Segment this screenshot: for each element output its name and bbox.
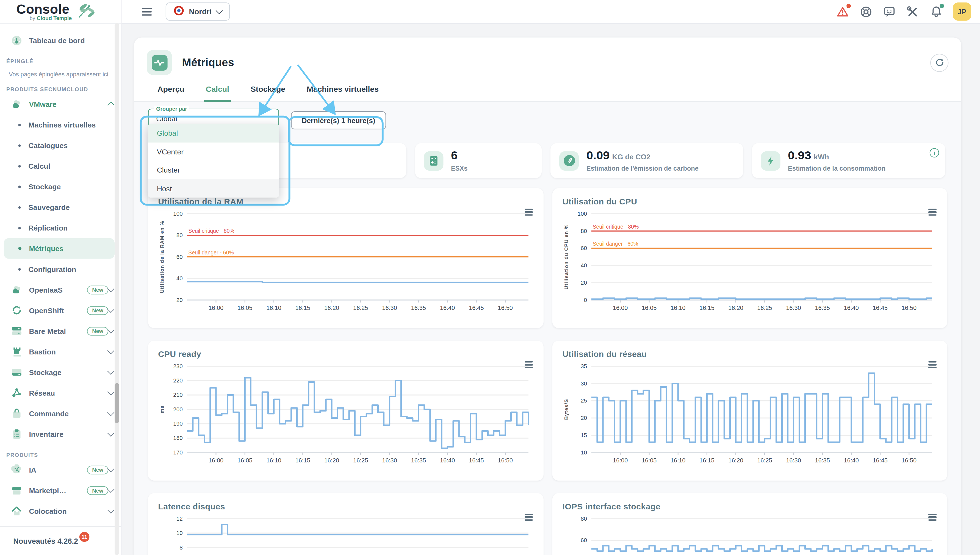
- refresh-button[interactable]: [930, 53, 948, 71]
- bullet-icon: [18, 124, 21, 126]
- chart-card-iops: IOPS interface stockage 80604020016:0016…: [552, 493, 947, 555]
- option-vcenter[interactable]: VCenter: [148, 142, 279, 161]
- sidebar-item-replication[interactable]: Réplication: [0, 218, 121, 238]
- sidebar-item-label: Bare Metal: [29, 327, 83, 335]
- chart-title: Utilisation du réseau: [563, 350, 937, 359]
- sidebar-item-reseau[interactable]: Réseau: [0, 382, 121, 403]
- stat-label: Estimation de l'émission de carbone: [587, 165, 699, 172]
- svg-text:16:40: 16:40: [440, 457, 455, 464]
- tenant-selector[interactable]: Nordri: [166, 2, 230, 21]
- svg-text:Seuil critique - 80%: Seuil critique - 80%: [188, 228, 234, 234]
- hamburger-menu-icon[interactable]: [142, 6, 152, 17]
- svg-text:16:20: 16:20: [324, 305, 339, 311]
- svg-text:10: 10: [581, 449, 587, 456]
- chevron-down-icon: [107, 430, 114, 437]
- whatsnew-label: Nouveautés 4.26.2: [13, 537, 78, 545]
- sidebar-item-label: VMware: [29, 100, 108, 108]
- svg-text:80: 80: [176, 232, 183, 238]
- topbar: Nordri JP: [121, 0, 980, 24]
- svg-text:190: 190: [173, 420, 183, 427]
- sidebar-item-bare-metal[interactable]: Bare Metal New: [0, 321, 121, 341]
- sidebar-item-ia[interactable]: IA New: [0, 459, 121, 480]
- svg-text:16:25: 16:25: [757, 305, 772, 311]
- bullet-icon: [18, 268, 21, 270]
- feedback-chat-icon[interactable]: [883, 5, 896, 18]
- chevron-down-icon: [107, 486, 114, 493]
- svg-text:20: 20: [581, 415, 587, 421]
- svg-text:16:30: 16:30: [786, 305, 801, 311]
- sidebar-item-openiaas[interactable]: OpenIaaS New: [0, 279, 121, 300]
- svg-text:12: 12: [176, 515, 183, 522]
- new-badge: New: [87, 486, 108, 495]
- stat-card-kwh: 0.93kWh Estimation de la consommation i: [752, 143, 945, 178]
- svg-text:Utilisation de la RAM en %: Utilisation de la RAM en %: [159, 221, 165, 293]
- sidebar-item-configuration[interactable]: Configuration: [0, 259, 121, 279]
- chevron-down-icon: [107, 506, 114, 513]
- tab-calcul[interactable]: Calcul: [195, 85, 240, 101]
- chevron-down-icon: [107, 409, 114, 416]
- option-global[interactable]: Global: [148, 124, 279, 142]
- sidebar-item-marketplace[interactable]: Marketpl… New: [0, 480, 121, 500]
- bullet-icon: [18, 247, 21, 250]
- chevron-down-icon: [107, 388, 114, 395]
- sidebar-item-commande[interactable]: Commande: [0, 403, 121, 423]
- tab-machines-virtuelles[interactable]: Machines virtuelles: [296, 85, 390, 101]
- svg-text:16:50: 16:50: [498, 457, 513, 464]
- sidebar-item-bastion[interactable]: Bastion: [0, 341, 121, 362]
- chart-plot: 35302520151016:0016:0516:1016:1516:2016:…: [563, 360, 937, 470]
- chevron-down-icon: [107, 285, 114, 292]
- notifications-bell-icon[interactable]: [930, 5, 942, 18]
- sidebar-item-catalogues[interactable]: Catalogues: [0, 135, 121, 156]
- option-host[interactable]: Host: [148, 179, 279, 197]
- time-range-button[interactable]: Dernière(s) 1 heure(s): [291, 111, 386, 129]
- help-lifebuoy-icon[interactable]: [860, 5, 872, 18]
- svg-text:Seuil danger - 60%: Seuil danger - 60%: [188, 249, 234, 255]
- svg-text:16:10: 16:10: [266, 305, 281, 311]
- svg-text:60: 60: [581, 537, 587, 543]
- sidebar-scrollbar-thumb[interactable]: [115, 383, 119, 423]
- network-icon: [11, 387, 22, 398]
- sidebar-item-stockage-vmware[interactable]: Stockage: [0, 176, 121, 197]
- sidebar-item-colocation[interactable]: Colocation: [0, 500, 121, 521]
- sidebar-item-stockage[interactable]: Stockage: [0, 362, 121, 382]
- sidebar-item-machines-virtuelles[interactable]: Machines virtuelles: [0, 114, 121, 135]
- tools-icon[interactable]: [906, 5, 919, 18]
- svg-text:16:30: 16:30: [786, 457, 801, 464]
- sidebar-item-dashboard[interactable]: Tableau de bord: [0, 30, 121, 51]
- pinned-section-header: ÉPINGLÉ: [0, 51, 121, 66]
- svg-text:16:15: 16:15: [699, 457, 714, 464]
- sidebar-item-calcul[interactable]: Calcul: [0, 156, 121, 176]
- sidebar-item-sauvegarde[interactable]: Sauvegarde: [0, 197, 121, 218]
- new-badge: New: [87, 306, 108, 315]
- option-cluster[interactable]: Cluster: [148, 161, 279, 179]
- svg-text:220: 220: [173, 377, 183, 383]
- svg-text:30: 30: [581, 380, 587, 387]
- stat-label: ESXs: [451, 165, 467, 172]
- svg-text:Seuil danger - 60%: Seuil danger - 60%: [593, 241, 638, 247]
- svg-text:170: 170: [173, 449, 183, 456]
- new-badge: New: [87, 285, 108, 294]
- user-avatar[interactable]: JP: [953, 2, 971, 21]
- sidebar-item-metriques[interactable]: Métriques: [4, 238, 115, 259]
- sidebar-item-label: Métriques: [29, 244, 64, 252]
- svg-text:20: 20: [176, 297, 183, 303]
- brain-icon: [11, 464, 22, 475]
- sidebar-item-vmware[interactable]: VMware: [0, 94, 121, 114]
- bolt-icon: [761, 151, 780, 170]
- sidebar-item-inventaire[interactable]: Inventaire: [0, 423, 121, 444]
- chart-card-cpu: Utilisation du CPU 10080604020016:0016:0…: [552, 188, 947, 328]
- stat-value: 0.09: [587, 149, 610, 162]
- alerts-warning-icon[interactable]: [837, 5, 849, 18]
- bullet-icon: [18, 144, 21, 146]
- tab-apercu[interactable]: Aperçu: [147, 85, 195, 101]
- group-by-dropdown-menu: Global VCenter Cluster Host: [148, 124, 279, 197]
- chart-title: Utilisation de la RAM: [158, 197, 533, 206]
- sidebar-item-openshift[interactable]: OpenShift New: [0, 300, 121, 321]
- metrics-page-icon: [147, 50, 172, 75]
- svg-text:Utilisation du CPU en %: Utilisation du CPU en %: [563, 224, 569, 289]
- sidebar-scrollbar[interactable]: [115, 23, 119, 555]
- whatsnew-link[interactable]: Nouveautés 4.26.2 11: [0, 526, 121, 555]
- info-icon[interactable]: i: [930, 148, 939, 157]
- tab-stockage[interactable]: Stockage: [240, 85, 296, 101]
- svg-text:16:45: 16:45: [469, 457, 484, 464]
